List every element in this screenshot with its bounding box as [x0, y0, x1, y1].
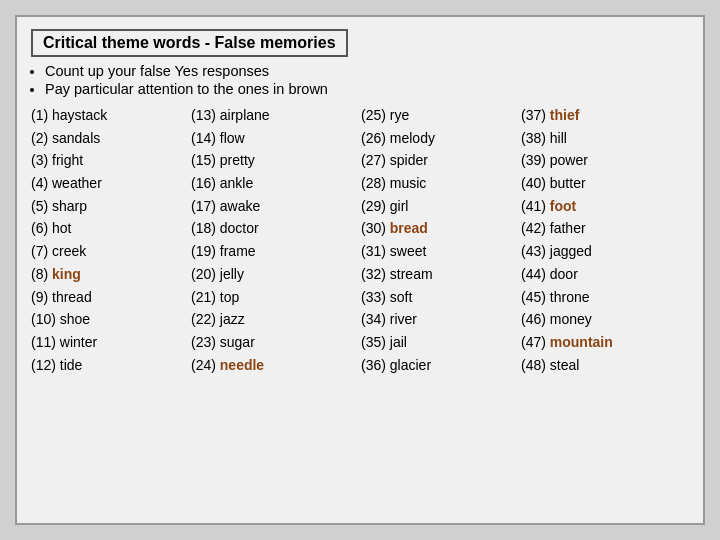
- word-row: (32) stream: [361, 264, 521, 286]
- word-text: king: [52, 266, 81, 282]
- word-number: (29): [361, 198, 390, 214]
- word-row: (18) doctor: [191, 218, 361, 240]
- word-number: (25): [361, 107, 390, 123]
- word-row: (15) pretty: [191, 150, 361, 172]
- word-text: hot: [52, 220, 71, 236]
- word-row: (40) butter: [521, 173, 691, 195]
- word-number: (26): [361, 130, 390, 146]
- word-number: (16): [191, 175, 220, 191]
- word-row: (43) jagged: [521, 241, 691, 263]
- word-text: shoe: [60, 311, 90, 327]
- word-text: sharp: [52, 198, 87, 214]
- word-row: (11) winter: [31, 332, 191, 354]
- word-text: butter: [550, 175, 586, 191]
- word-number: (38): [521, 130, 550, 146]
- word-row: (10) shoe: [31, 309, 191, 331]
- word-text: sugar: [220, 334, 255, 350]
- word-number: (46): [521, 311, 550, 327]
- word-number: (31): [361, 243, 390, 259]
- word-row: (46) money: [521, 309, 691, 331]
- word-row: (6) hot: [31, 218, 191, 240]
- word-number: (14): [191, 130, 220, 146]
- word-text: jazz: [220, 311, 245, 327]
- word-text: throne: [550, 289, 590, 305]
- word-number: (22): [191, 311, 220, 327]
- word-text: needle: [220, 357, 264, 373]
- word-row: (33) soft: [361, 287, 521, 309]
- word-row: (14) flow: [191, 128, 361, 150]
- word-number: (18): [191, 220, 220, 236]
- word-text: thief: [550, 107, 580, 123]
- word-row: (24) needle: [191, 355, 361, 377]
- word-text: hill: [550, 130, 567, 146]
- word-text: jelly: [220, 266, 244, 282]
- word-column-1: (1) haystack(2) sandals(3) fright(4) wea…: [31, 105, 191, 376]
- word-row: (37) thief: [521, 105, 691, 127]
- word-number: (41): [521, 198, 550, 214]
- word-text: top: [220, 289, 239, 305]
- word-number: (45): [521, 289, 550, 305]
- word-number: (4): [31, 175, 52, 191]
- word-number: (37): [521, 107, 550, 123]
- word-row: (16) ankle: [191, 173, 361, 195]
- word-text: spider: [390, 152, 428, 168]
- word-row: (5) sharp: [31, 196, 191, 218]
- word-row: (20) jelly: [191, 264, 361, 286]
- word-row: (23) sugar: [191, 332, 361, 354]
- word-row: (27) spider: [361, 150, 521, 172]
- bullet-2: Pay particular attention to the ones in …: [45, 81, 689, 97]
- word-text: power: [550, 152, 588, 168]
- word-number: (28): [361, 175, 390, 191]
- word-row: (31) sweet: [361, 241, 521, 263]
- word-text: rye: [390, 107, 409, 123]
- word-text: mountain: [550, 334, 613, 350]
- word-text: sandals: [52, 130, 100, 146]
- word-number: (3): [31, 152, 52, 168]
- word-text: flow: [220, 130, 245, 146]
- word-text: creek: [52, 243, 86, 259]
- word-number: (11): [31, 334, 60, 350]
- word-row: (28) music: [361, 173, 521, 195]
- word-row: (21) top: [191, 287, 361, 309]
- word-number: (15): [191, 152, 220, 168]
- word-row: (12) tide: [31, 355, 191, 377]
- word-number: (19): [191, 243, 220, 259]
- word-row: (44) door: [521, 264, 691, 286]
- word-text: jail: [390, 334, 407, 350]
- word-text: melody: [390, 130, 435, 146]
- word-text: fright: [52, 152, 83, 168]
- word-number: (1): [31, 107, 52, 123]
- word-number: (6): [31, 220, 52, 236]
- word-text: music: [390, 175, 427, 191]
- word-number: (44): [521, 266, 550, 282]
- word-grid: (1) haystack(2) sandals(3) fright(4) wea…: [31, 105, 689, 376]
- word-row: (17) awake: [191, 196, 361, 218]
- word-number: (33): [361, 289, 390, 305]
- word-text: frame: [220, 243, 256, 259]
- word-row: (2) sandals: [31, 128, 191, 150]
- word-text: thread: [52, 289, 92, 305]
- word-column-3: (25) rye(26) melody(27) spider(28) music…: [361, 105, 521, 376]
- word-column-4: (37) thief(38) hill(39) power(40) butter…: [521, 105, 691, 376]
- instructions: Count up your false Yes responses Pay pa…: [45, 63, 689, 97]
- word-text: doctor: [220, 220, 259, 236]
- word-row: (7) creek: [31, 241, 191, 263]
- word-number: (5): [31, 198, 52, 214]
- word-text: weather: [52, 175, 102, 191]
- word-number: (24): [191, 357, 220, 373]
- word-row: (13) airplane: [191, 105, 361, 127]
- word-number: (47): [521, 334, 550, 350]
- word-column-2: (13) airplane(14) flow(15) pretty(16) an…: [191, 105, 361, 376]
- title: Critical theme words - False memories: [31, 29, 348, 57]
- word-number: (36): [361, 357, 390, 373]
- word-text: stream: [390, 266, 433, 282]
- word-text: haystack: [52, 107, 107, 123]
- word-row: (36) glacier: [361, 355, 521, 377]
- word-text: bread: [390, 220, 428, 236]
- word-number: (34): [361, 311, 390, 327]
- word-row: (34) river: [361, 309, 521, 331]
- word-row: (3) fright: [31, 150, 191, 172]
- word-row: (1) haystack: [31, 105, 191, 127]
- word-row: (26) melody: [361, 128, 521, 150]
- word-text: tide: [60, 357, 83, 373]
